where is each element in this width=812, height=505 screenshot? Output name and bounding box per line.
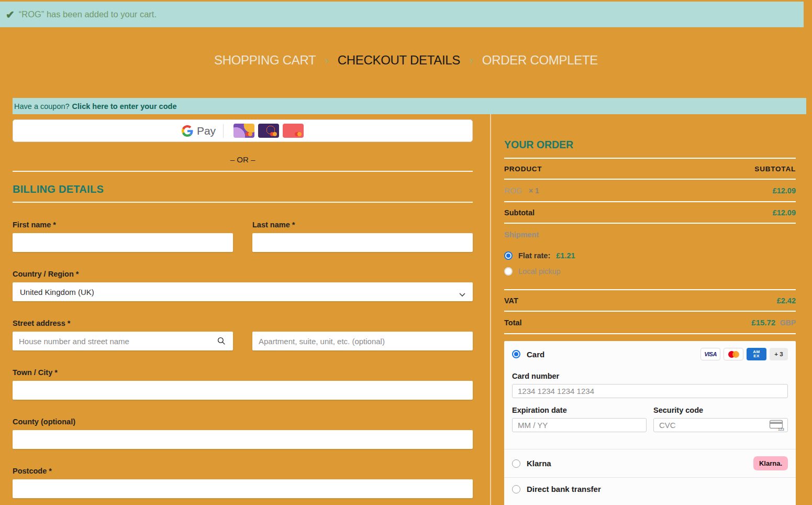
- divider: [223, 124, 224, 138]
- klarna-logo-badge: Klarna.: [753, 456, 788, 470]
- breadcrumb-shopping-cart[interactable]: SHOPPING CART: [214, 53, 316, 67]
- town-city-label: Town / City *: [13, 368, 473, 377]
- klarna-method-label: Klarna: [527, 459, 551, 468]
- saved-card-art-2: [258, 124, 279, 138]
- vat-row: VAT £2.42: [504, 290, 796, 312]
- first-name-input[interactable]: [13, 233, 233, 252]
- subtotal-label: Subtotal: [504, 208, 535, 217]
- checkout-page: ✔ “ROG” has been added to your cart. SHO…: [0, 0, 812, 505]
- country-label: Country / Region *: [13, 270, 473, 278]
- coupon-toggle-link[interactable]: Click here to enter your code: [72, 102, 177, 111]
- payment-method-card-section: Card VISA AM EX + 3 Card number: [504, 341, 796, 449]
- vat-value: £2.42: [777, 297, 796, 305]
- vat-label: VAT: [504, 297, 518, 305]
- subtotal-column-header: SUBTOTAL: [754, 165, 796, 173]
- card-form: Card number Expiration date Security cod…: [512, 372, 788, 432]
- breadcrumb: SHOPPING CART › CHECKOUT DETAILS › ORDER…: [0, 53, 812, 68]
- country-select[interactable]: United Kingdom (UK): [13, 282, 473, 301]
- subtotal-row: Subtotal £12.09: [504, 202, 796, 224]
- shipping-option-flat-rate[interactable]: Flat rate: £1.21: [504, 251, 796, 260]
- card-number-input[interactable]: [512, 384, 788, 398]
- column-divider: [490, 114, 491, 505]
- cvc-card-icon: 123: [769, 420, 785, 433]
- alert-message: “ROG” has been added to your cart.: [19, 9, 157, 19]
- google-pay-icon: [182, 125, 193, 137]
- order-table-header: PRODUCT SUBTOTAL: [504, 159, 796, 180]
- saved-card-art-1: [233, 124, 254, 138]
- amex-badge: AM EX: [747, 348, 766, 360]
- breadcrumb-checkout-details: CHECKOUT DETAILS: [338, 53, 460, 67]
- visa-badge: VISA: [700, 348, 720, 360]
- more-cards-badge: + 3: [770, 348, 788, 360]
- order-item-name: ROG: [504, 186, 522, 195]
- radio-unselected-icon[interactable]: [504, 267, 513, 276]
- chevron-right-icon: ›: [325, 54, 328, 67]
- bank-transfer-method-label: Direct bank transfer: [527, 485, 601, 493]
- last-name-label: Last name *: [252, 221, 473, 229]
- total-label: Total: [504, 319, 522, 327]
- county-input[interactable]: [13, 430, 473, 449]
- county-label: County (optional): [13, 418, 473, 426]
- terms-agreement-row: I have read and agree to the website ter…: [504, 500, 796, 505]
- last-name-input[interactable]: [252, 233, 473, 252]
- gpay-button[interactable]: Pay: [13, 119, 473, 142]
- apartment-input[interactable]: [252, 332, 473, 350]
- divider: [13, 171, 473, 172]
- flat-rate-label: Flat rate:: [518, 251, 550, 260]
- postcode-input[interactable]: [13, 479, 473, 498]
- flat-rate-price: £1.21: [556, 251, 575, 260]
- street-address-input[interactable]: [13, 332, 233, 350]
- card-number-label: Card number: [512, 372, 788, 380]
- postcode-label: Postcode *: [13, 467, 473, 475]
- coupon-prefix: Have a coupon?: [14, 102, 70, 111]
- first-name-label: First name *: [13, 221, 233, 229]
- saved-card-art-3: [283, 124, 304, 138]
- billing-column: Pay – OR – BILLING DETAILS First name * …: [13, 119, 473, 505]
- card-method-label: Card: [527, 350, 544, 359]
- cart-alert-banner: ✔ “ROG” has been added to your cart.: [0, 2, 804, 27]
- total-value: £15.72: [751, 318, 775, 327]
- radio-unselected-icon[interactable]: [512, 485, 520, 493]
- payment-method-bank-transfer[interactable]: Direct bank transfer: [504, 478, 796, 500]
- coupon-notice: Have a coupon? Click here to enter your …: [13, 98, 806, 114]
- billing-details-title: BILLING DETAILS: [13, 183, 473, 195]
- chevron-down-icon: [459, 290, 465, 299]
- chevron-right-icon: ›: [469, 54, 473, 67]
- order-item-qty: × 1: [529, 186, 539, 195]
- your-order-title: YOUR ORDER: [504, 139, 796, 151]
- street-address-label: Street address *: [13, 319, 233, 327]
- product-column-header: PRODUCT: [504, 165, 542, 173]
- security-code-label: Security code: [653, 406, 788, 414]
- expiration-date-input[interactable]: [512, 418, 647, 432]
- radio-selected-icon[interactable]: [504, 251, 513, 260]
- divider: [13, 202, 473, 203]
- radio-selected-icon[interactable]: [512, 350, 520, 358]
- total-currency: GBP: [780, 319, 796, 327]
- search-icon[interactable]: [217, 337, 226, 347]
- radio-unselected-icon[interactable]: [512, 459, 520, 468]
- expiration-date-label: Expiration date: [512, 406, 647, 414]
- check-icon: ✔: [6, 8, 15, 21]
- subtotal-value: £12.09: [773, 208, 796, 217]
- shipping-option-local-pickup[interactable]: Local pickup: [504, 267, 796, 276]
- order-summary-column: YOUR ORDER PRODUCT SUBTOTAL ROG × 1 £12.…: [504, 114, 796, 505]
- gpay-label: Pay: [197, 125, 216, 137]
- or-divider-label: – OR –: [13, 155, 473, 164]
- total-row: Total £15.72 GBP: [504, 312, 796, 334]
- order-item-row: ROG × 1 £12.09: [504, 180, 796, 202]
- svg-text:123: 123: [778, 427, 784, 431]
- town-city-input[interactable]: [13, 381, 473, 400]
- breadcrumb-order-complete: ORDER COMPLETE: [482, 53, 598, 67]
- payment-method-klarna[interactable]: Klarna Klarna.: [504, 449, 796, 478]
- shipment-label: Shipment: [504, 230, 796, 239]
- payment-method-card[interactable]: Card VISA AM EX + 3: [512, 348, 788, 360]
- order-item-price: £12.09: [773, 186, 796, 195]
- payment-methods-box: Card VISA AM EX + 3 Card number: [504, 341, 796, 505]
- security-code-input[interactable]: [653, 418, 788, 432]
- local-pickup-label: Local pickup: [518, 267, 561, 276]
- mastercard-badge: [724, 348, 743, 360]
- country-selected-value: United Kingdom (UK): [20, 288, 94, 297]
